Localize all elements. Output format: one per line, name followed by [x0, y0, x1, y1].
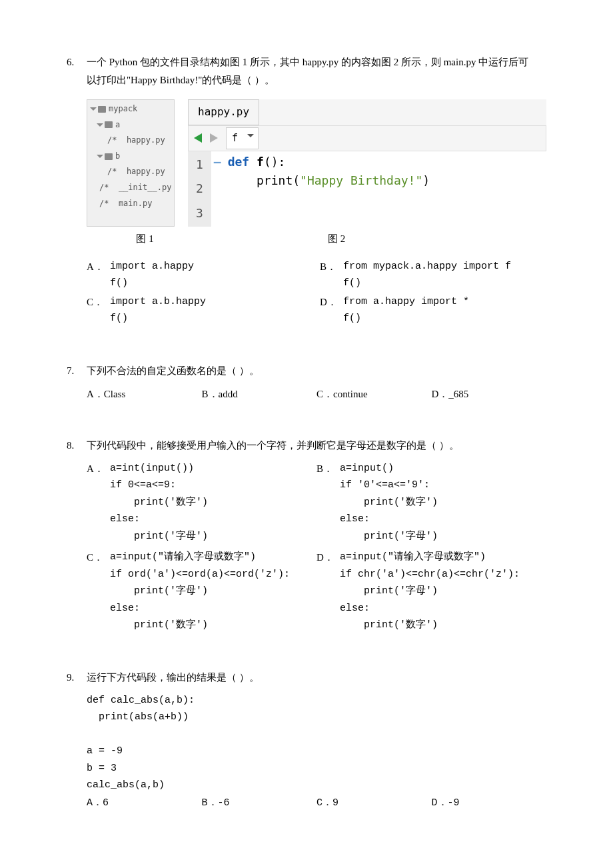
- file-label: /* happy.py: [107, 133, 165, 148]
- option-D: D． a=input("请输入字母或数字") if chr('a')<=chr(…: [316, 549, 546, 634]
- option-B: B．addd: [202, 385, 317, 403]
- folder-icon: [98, 106, 106, 113]
- folder-label: a: [115, 118, 120, 133]
- q6-text-2: 以打印出"Happy Birthday!"的代码是（ ）。: [87, 75, 275, 85]
- question-text: 下列代码段中，能够接受用户输入的一个字符，并判断它是字母还是数字的是（ ）。: [87, 437, 546, 455]
- option-letter: B．: [316, 460, 340, 545]
- option-B: B． from mypack.a.happy import f f(): [320, 258, 546, 292]
- file-label: /* happy.py: [107, 165, 165, 179]
- fold-minus-icon: —: [214, 153, 221, 171]
- option-letter: C．: [87, 293, 110, 327]
- line-number: 1: [188, 153, 211, 177]
- option-A: A．Class: [87, 385, 202, 403]
- question-7: 7. 下列不合法的自定义函数名的是（ ）。 A．Class B．addd C．c…: [67, 362, 546, 403]
- option-content: from mypack.a.happy import f f(): [343, 258, 511, 292]
- option-B: B．-6: [202, 794, 317, 812]
- line-number: 3: [188, 201, 211, 225]
- question-6: 6. 一个 Python 包的文件目录结构如图 1 所示，其中 happy.py…: [67, 53, 546, 329]
- code-close: ): [422, 173, 430, 187]
- question-number: 9.: [67, 669, 87, 812]
- function-name: f: [257, 155, 264, 169]
- option-content: from a.happy import * f(): [343, 293, 469, 327]
- option-letter: A．: [87, 258, 110, 292]
- file-label: /* main.py: [99, 197, 152, 211]
- option-letter: A．: [87, 460, 110, 545]
- option-C: C．9: [316, 794, 432, 812]
- chevron-down-icon: [97, 155, 103, 158]
- question-body: 下列代码段中，能够接受用户输入的一个字符，并判断它是字母还是数字的是（ ）。 A…: [87, 437, 546, 635]
- folder-icon: [105, 121, 113, 128]
- tree-file: /* happy.py: [87, 164, 174, 180]
- tree-file: /* __init__.py: [87, 180, 174, 196]
- question-body: 下列不合法的自定义函数名的是（ ）。 A．Class B．addd C．cont…: [87, 362, 546, 403]
- editor-tab: happy.py: [188, 99, 259, 125]
- folder-label: mypack: [109, 102, 137, 117]
- line-gutter: 1 2 3: [188, 151, 211, 227]
- figure-2-label: 图 2: [203, 230, 470, 248]
- option-content: a=input("请输入字母或数字") if ord('a')<=ord(a)<…: [110, 549, 290, 634]
- tree-root: mypack: [87, 101, 174, 117]
- question-number: 8.: [67, 437, 87, 635]
- string-literal: "Happy Birthday!": [300, 173, 422, 187]
- file-tree-panel: mypack a /* happy.py b /* happy.py: [87, 99, 175, 227]
- question-number: 7.: [67, 362, 87, 403]
- option-A: A． import a.happy f(): [87, 258, 313, 292]
- figures-row: mypack a /* happy.py b /* happy.py: [87, 99, 546, 227]
- option-content: import a.b.happy f(): [110, 293, 206, 327]
- code-snippet: def calc_abs(a,b): print(abs(a+b)) a = -…: [87, 692, 546, 794]
- question-number: 6.: [67, 53, 87, 329]
- chevron-down-icon: [97, 123, 103, 127]
- option-content: a=int(input()) if 0<=a<=9: print('数字') e…: [110, 460, 208, 545]
- editor-tab-bar: happy.py: [188, 99, 546, 126]
- options: A．6 B．-6 C．9 D．-9: [87, 794, 546, 812]
- folder-label: b: [115, 149, 120, 164]
- option-D: D．-9: [432, 794, 547, 812]
- keyword: def: [228, 155, 250, 169]
- q6-text-1: 一个 Python 包的文件目录结构如图 1 所示，其中 happy.py 的内…: [87, 57, 528, 67]
- editor-toolbar: f: [188, 126, 546, 151]
- option-A: A．6: [87, 794, 202, 812]
- figure-labels: 图 1 图 2: [87, 230, 546, 248]
- option-letter: D．: [320, 293, 343, 327]
- option-D: D．_685: [432, 385, 547, 403]
- option-D: D． from a.happy import * f(): [320, 293, 546, 327]
- tree-file: /* main.py: [87, 196, 174, 212]
- question-body: 一个 Python 包的文件目录结构如图 1 所示，其中 happy.py 的内…: [87, 53, 546, 329]
- folder-icon: [105, 153, 113, 160]
- question-text: 一个 Python 包的文件目录结构如图 1 所示，其中 happy.py 的内…: [87, 53, 546, 89]
- forward-arrow-icon: [210, 133, 218, 143]
- option-C: C．continue: [316, 385, 432, 403]
- question-body: 运行下方代码段，输出的结果是（ ）。 def calc_abs(a,b): pr…: [87, 669, 546, 812]
- option-C: C． import a.b.happy f(): [87, 293, 313, 327]
- question-8: 8. 下列代码段中，能够接受用户输入的一个字符，并判断它是字母还是数字的是（ ）…: [67, 437, 546, 635]
- code-editor-panel: happy.py f 1 2 3 —: [188, 99, 546, 227]
- question-text: 下列不合法的自定义函数名的是（ ）。: [87, 362, 546, 380]
- tree-folder-b: b: [87, 149, 174, 165]
- options: A．Class B．addd C．continue D．_685: [87, 385, 546, 403]
- tree-file: /* happy.py: [87, 133, 174, 149]
- back-arrow-icon: [194, 133, 202, 143]
- question-9: 9. 运行下方代码段，输出的结果是（ ）。 def calc_abs(a,b):…: [67, 669, 546, 812]
- options: A． import a.happy f() B． from mypack.a.h…: [87, 258, 546, 329]
- question-text: 运行下方代码段，输出的结果是（ ）。: [87, 669, 546, 687]
- options: A． a=int(input()) if 0<=a<=9: print('数字'…: [87, 460, 546, 635]
- option-A: A． a=int(input()) if 0<=a<=9: print('数字'…: [87, 460, 316, 545]
- option-letter: C．: [87, 549, 110, 634]
- option-letter: D．: [316, 549, 340, 634]
- function-dropdown: f: [226, 127, 259, 149]
- option-C: C． a=input("请输入字母或数字") if ord('a')<=ord(…: [87, 549, 316, 634]
- option-content: a=input() if '0'<=a<='9': print('数字') el…: [340, 460, 438, 545]
- code-text: def f(): print("Happy Birthday!"): [224, 151, 434, 227]
- option-letter: B．: [320, 258, 343, 292]
- fold-gutter: —: [211, 151, 224, 227]
- tree-folder-a: a: [87, 117, 174, 133]
- figure-1-label: 图 1: [87, 230, 203, 248]
- chevron-down-icon: [90, 107, 97, 111]
- line-number: 2: [188, 177, 211, 201]
- code-line: print(: [228, 173, 300, 187]
- option-content: import a.happy f(): [110, 258, 194, 292]
- parens: ():: [264, 155, 286, 169]
- code-area: 1 2 3 — def f(): print("Happy Birthday!"…: [188, 151, 546, 227]
- option-content: a=input("请输入字母或数字") if chr('a')<=chr(a)<…: [340, 549, 520, 634]
- file-label: /* __init__.py: [99, 181, 171, 195]
